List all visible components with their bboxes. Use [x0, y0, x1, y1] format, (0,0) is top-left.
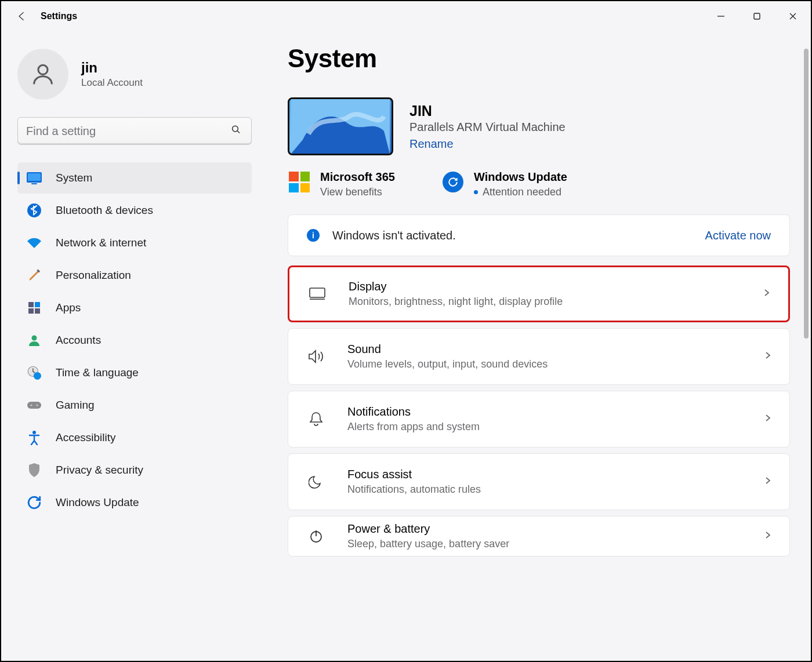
rename-link[interactable]: Rename [409, 137, 454, 151]
nav-label: Time & language [56, 366, 139, 379]
user-type: Local Account [81, 77, 143, 89]
nav-item-time-language[interactable]: Time & language [17, 357, 252, 388]
search-icon [231, 125, 241, 138]
sync-icon [441, 170, 465, 194]
svg-point-20 [30, 404, 32, 406]
nav-item-accessibility[interactable]: Accessibility [17, 422, 252, 453]
nav-label: Personalization [56, 269, 131, 282]
maximize-button[interactable] [739, 1, 775, 31]
m365-status[interactable]: Microsoft 365 View benefits [288, 170, 395, 198]
svg-rect-13 [35, 302, 40, 307]
setting-sub: Monitors, brightness, night light, displ… [349, 296, 563, 308]
moon-icon [306, 471, 327, 492]
nav-item-apps[interactable]: Apps [17, 292, 252, 323]
nav-list: System Bluetooth & devices Network & int… [17, 162, 252, 518]
nav-label: Gaming [56, 399, 95, 412]
app-title: Settings [41, 11, 77, 21]
clock-globe-icon [26, 364, 43, 381]
nav-item-windows-update[interactable]: Windows Update [17, 487, 252, 518]
search-box [17, 117, 252, 145]
chevron-right-icon [764, 351, 772, 362]
nav-item-system[interactable]: System [17, 162, 252, 194]
user-account-block[interactable]: jin Local Account [17, 49, 252, 100]
setting-title: Display [349, 280, 563, 293]
setting-title: Notifications [347, 405, 480, 419]
nav-label: Network & internet [56, 237, 146, 249]
setting-sound[interactable]: Sound Volume levels, output, input, soun… [288, 328, 790, 385]
nav-label: Accessibility [56, 431, 115, 444]
setting-title: Focus assist [347, 468, 481, 481]
nav-label: Apps [56, 301, 81, 314]
user-name: jin [81, 60, 143, 76]
m365-title: Microsoft 365 [320, 170, 395, 184]
wu-title: Windows Update [474, 170, 567, 184]
nav-item-personalization[interactable]: Personalization [17, 260, 252, 291]
svg-rect-24 [310, 288, 325, 297]
display-icon [307, 283, 328, 304]
svg-rect-15 [35, 308, 40, 314]
wifi-icon [26, 234, 43, 252]
gamepad-icon [26, 397, 43, 414]
chevron-right-icon [764, 531, 772, 541]
minimize-button[interactable] [703, 1, 739, 31]
update-icon [26, 494, 43, 511]
attention-dot-icon [474, 190, 478, 194]
shield-icon [26, 461, 43, 479]
setting-power-battery[interactable]: Power & battery Sleep, battery usage, ba… [288, 516, 790, 556]
svg-point-22 [32, 431, 36, 434]
setting-title: Power & battery [347, 522, 509, 536]
svg-point-4 [38, 65, 48, 74]
nav-item-gaming[interactable]: Gaming [17, 390, 252, 421]
svg-point-16 [32, 336, 37, 341]
nav-label: Accounts [56, 334, 101, 347]
setting-title: Sound [347, 343, 548, 356]
microsoft-logo-icon [288, 170, 311, 194]
setting-display[interactable]: Display Monitors, brightness, night ligh… [288, 265, 790, 322]
nav-item-bluetooth[interactable]: Bluetooth & devices [17, 195, 252, 226]
system-icon [26, 169, 43, 187]
activate-now-link[interactable]: Activate now [705, 229, 771, 242]
device-info: JIN Parallels ARM Virtual Machine Rename [288, 97, 790, 155]
sound-icon [306, 346, 327, 367]
sidebar: jin Local Account System Bluetooth & d [1, 31, 268, 661]
setting-notifications[interactable]: Notifications Alerts from apps and syste… [288, 391, 790, 448]
svg-line-6 [237, 131, 240, 133]
page-title: System [288, 44, 790, 73]
svg-rect-19 [27, 402, 41, 409]
window-controls [703, 1, 811, 31]
scrollbar-thumb[interactable] [804, 49, 809, 339]
m365-sub: View benefits [320, 186, 395, 198]
settings-list: Display Monitors, brightness, night ligh… [288, 265, 790, 556]
svg-rect-12 [28, 302, 34, 307]
bluetooth-icon [26, 202, 43, 219]
info-icon: i [307, 229, 320, 242]
back-button[interactable] [5, 1, 39, 31]
chevron-right-icon [764, 477, 772, 487]
svg-rect-8 [28, 173, 41, 181]
windows-update-status[interactable]: Windows Update Attention needed [441, 170, 567, 198]
setting-sub: Alerts from apps and system [347, 421, 480, 433]
device-desc: Parallels ARM Virtual Machine [409, 121, 566, 134]
nav-item-network[interactable]: Network & internet [17, 227, 252, 259]
status-row: Microsoft 365 View benefits Windows Upda… [288, 170, 790, 198]
svg-point-5 [233, 126, 238, 132]
wu-sub: Attention needed [474, 186, 567, 198]
svg-rect-14 [28, 308, 34, 314]
device-name: JIN [409, 103, 566, 119]
close-button[interactable] [775, 1, 811, 31]
chevron-right-icon [764, 414, 772, 424]
apps-icon [26, 299, 43, 317]
avatar [17, 49, 68, 100]
setting-sub: Volume levels, output, input, sound devi… [347, 358, 548, 370]
chevron-right-icon [763, 289, 771, 299]
setting-focus-assist[interactable]: Focus assist Notifications, automatic ru… [288, 453, 790, 510]
nav-item-privacy[interactable]: Privacy & security [17, 454, 252, 486]
nav-item-accounts[interactable]: Accounts [17, 325, 252, 356]
search-input[interactable] [17, 117, 252, 145]
svg-rect-9 [31, 183, 37, 184]
svg-rect-1 [754, 13, 760, 19]
device-thumbnail [288, 97, 393, 155]
power-icon [306, 526, 327, 547]
setting-sub: Sleep, battery usage, battery saver [347, 538, 509, 550]
nav-label: System [56, 172, 92, 184]
